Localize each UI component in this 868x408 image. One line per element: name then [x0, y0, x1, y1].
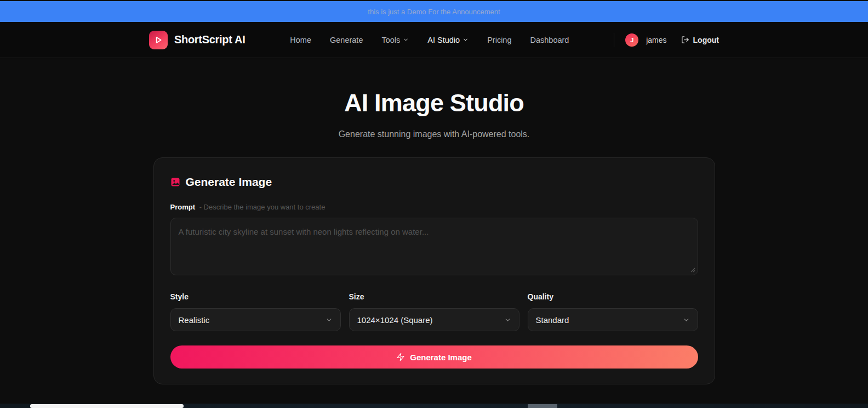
- page-subtitle: Generate stunning images with AI-powered…: [0, 129, 868, 139]
- user-area: J james Logout: [614, 33, 719, 47]
- announcement-text: this is just a Demo For the Announcement: [368, 8, 500, 16]
- prompt-label-row: Prompt - Describe the image you want to …: [170, 203, 698, 211]
- play-icon: [149, 31, 168, 49]
- nav-item-home[interactable]: Home: [290, 36, 311, 44]
- horizontal-scrollbar-thumb[interactable]: [30, 404, 184, 408]
- hero: AI Image Studio Generate stunning images…: [0, 89, 868, 139]
- resize-handle-icon[interactable]: [690, 267, 695, 273]
- logout-icon: [681, 36, 689, 44]
- size-select[interactable]: 1024×1024 (Square): [349, 308, 519, 331]
- nav-item-dashboard[interactable]: Dashboard: [530, 36, 569, 44]
- main-nav: Home Generate Tools AI Studio Pricing Da…: [290, 36, 569, 44]
- image-icon: [170, 177, 180, 187]
- chevron-down-icon: [403, 37, 409, 43]
- nav-item-ai-studio[interactable]: AI Studio: [427, 36, 469, 44]
- bottom-strip: [0, 404, 868, 408]
- nav-item-pricing[interactable]: Pricing: [487, 36, 511, 44]
- header: ShortScript AI Home Generate Tools AI St…: [0, 22, 868, 58]
- brand-logo[interactable]: ShortScript AI: [149, 31, 245, 49]
- style-label: Style: [170, 292, 341, 301]
- quality-label: Quality: [528, 292, 698, 301]
- lightning-icon: [396, 353, 405, 361]
- prompt-hint: - Describe the image you want to create: [199, 203, 326, 211]
- logout-button[interactable]: Logout: [681, 36, 719, 44]
- card-title: Generate Image: [186, 175, 272, 189]
- announcement-bar: this is just a Demo For the Announcement: [0, 1, 868, 22]
- quality-field: Quality Standard: [528, 292, 698, 331]
- generate-image-card: Generate Image Prompt - Describe the ima…: [153, 157, 715, 384]
- divider: [614, 33, 614, 47]
- user-name: james: [646, 36, 666, 44]
- prompt-label: Prompt: [170, 203, 196, 211]
- prompt-input[interactable]: [170, 218, 698, 275]
- style-select[interactable]: Realistic: [170, 308, 341, 331]
- quality-select[interactable]: Standard: [528, 308, 698, 331]
- generate-image-button[interactable]: Generate Image: [170, 345, 698, 369]
- page-title: AI Image Studio: [0, 89, 868, 117]
- chevron-down-icon: [326, 316, 333, 324]
- chevron-down-icon: [462, 37, 469, 43]
- brand-name: ShortScript AI: [174, 33, 245, 46]
- size-label: Size: [349, 292, 519, 301]
- chevron-down-icon: [504, 316, 511, 324]
- nav-item-tools[interactable]: Tools: [381, 36, 409, 44]
- size-field: Size 1024×1024 (Square): [349, 292, 519, 331]
- secondary-scrollbar-thumb[interactable]: [528, 404, 557, 408]
- avatar[interactable]: J: [625, 33, 638, 47]
- style-field: Style Realistic: [170, 292, 341, 331]
- nav-item-generate[interactable]: Generate: [330, 36, 363, 44]
- chevron-down-icon: [683, 316, 690, 324]
